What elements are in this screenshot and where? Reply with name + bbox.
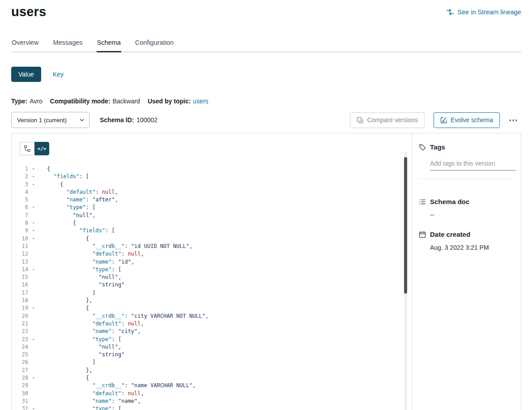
stream-lineage-link[interactable]: See in Stream lineage (446, 8, 521, 16)
code-line-text: "null", (47, 273, 121, 281)
schema-id-value: 100002 (136, 116, 157, 124)
code-line-text: "type": [ (47, 405, 121, 410)
fold-arrow-icon[interactable]: ▾ (30, 405, 37, 410)
scrollbar-thumb[interactable] (404, 157, 407, 294)
code-line: 25 "string" (12, 351, 412, 359)
code-line: 32▾ "type": [ (12, 405, 412, 410)
stream-lineage-icon (446, 8, 454, 16)
line-number: 26 (12, 359, 28, 366)
line-number: 11 (12, 243, 28, 250)
evolve-schema-button[interactable]: Evolve schema (434, 112, 500, 128)
compare-versions-label: Compare versions (367, 116, 418, 124)
fold-arrow-icon[interactable]: ▾ (30, 336, 37, 343)
line-number: 28 (12, 374, 28, 382)
code-line-text: { (47, 181, 63, 188)
code-line-text: "type": [ (47, 266, 121, 273)
schema-metadata: Type: Avro Compatibility mode: Backward … (11, 98, 521, 105)
fold-spacer (30, 273, 37, 281)
code-line-text: ] (47, 359, 95, 366)
date-created-title: Date created (430, 231, 470, 238)
fold-arrow-icon[interactable]: ▾ (30, 165, 37, 173)
code-line-text: "__crdb__": "city VARCHAR NOT NULL", (47, 312, 209, 320)
code-line-text: { (47, 219, 76, 227)
tree-view-button[interactable] (20, 142, 34, 155)
code-line-text: "string" (47, 351, 124, 359)
tag-icon (419, 144, 426, 151)
code-line-text: { (47, 304, 89, 312)
fold-arrow-icon[interactable]: ▾ (30, 181, 37, 188)
code-line: 7 "null", (12, 212, 412, 219)
code-line: 18 }, (12, 297, 412, 304)
code-line-text: "fields": [ (47, 173, 89, 180)
fold-arrow-icon[interactable]: ▾ (30, 374, 37, 382)
fold-spacer (30, 351, 37, 359)
line-number: 21 (12, 320, 28, 328)
fold-spacer (30, 397, 37, 405)
line-number: 29 (12, 382, 28, 389)
code-line-text: "fields": [ (47, 227, 115, 235)
code-line-text: "name": "after", (47, 196, 118, 204)
line-number: 7 (12, 212, 28, 219)
code-line: 19▾ { (12, 304, 412, 312)
page-title: users (11, 4, 46, 19)
code-line-text: "name": "city", (47, 328, 141, 335)
code-line-text: "null", (47, 343, 121, 351)
code-line-text: "name": "id", (47, 258, 134, 266)
tab-schema[interactable]: Schema (97, 39, 121, 51)
code-editor[interactable]: 1▾{2▾ "fields": [3▾ {4 "default": null,5… (12, 165, 412, 410)
tab-configuration[interactable]: Configuration (135, 39, 174, 51)
fold-arrow-icon[interactable]: ▾ (30, 227, 37, 235)
line-number: 15 (12, 273, 28, 281)
fold-arrow-icon[interactable]: ▾ (30, 219, 37, 227)
schema-code-panel: </> 1▾{2▾ "fields": [3▾ {4 "default": nu… (12, 133, 412, 410)
fold-spacer (30, 258, 37, 266)
code-line: 9▾ "fields": [ (12, 227, 412, 235)
fold-arrow-icon[interactable]: ▾ (30, 235, 37, 243)
code-line: 29 "__crdb__": "name VARCHAR NULL", (12, 382, 412, 389)
fold-spacer (30, 188, 37, 196)
code-line: 22 "name": "city", (12, 328, 412, 335)
sidebar-divider (419, 179, 515, 179)
code-line-text: "default": null, (47, 320, 144, 328)
fold-arrow-icon[interactable]: ▾ (30, 204, 37, 211)
chevron-down-icon (79, 117, 85, 123)
code-line: 24 "null", (12, 343, 412, 351)
line-number: 12 (12, 250, 28, 258)
topic-link[interactable]: users (193, 98, 208, 105)
code-line-text: }, (47, 297, 92, 304)
code-line: 30 "default": null, (12, 390, 412, 397)
fold-arrow-icon[interactable]: ▾ (30, 173, 37, 180)
code-line: 8▾ { (12, 219, 412, 227)
compare-versions-button[interactable]: Compare versions (350, 112, 425, 128)
tab-messages[interactable]: Messages (52, 39, 83, 51)
code-line-text: { (47, 374, 89, 382)
code-line-text: }, (47, 367, 92, 374)
code-line: 27 }, (12, 367, 412, 374)
code-line: 21 "default": null, (12, 320, 412, 328)
editor-view-toggle: </> (12, 133, 412, 155)
value-toggle-button[interactable]: Value (11, 67, 41, 82)
line-number: 27 (12, 367, 28, 374)
fold-arrow-icon[interactable]: ▾ (30, 304, 37, 312)
fold-spacer (30, 250, 37, 258)
code-line: 5 "name": "after", (12, 196, 412, 204)
code-line: 3▾ { (12, 181, 412, 188)
tags-title: Tags (430, 143, 445, 151)
line-number: 25 (12, 351, 28, 359)
add-tags-input[interactable] (430, 159, 516, 171)
code-line: 13 "name": "id", (12, 258, 412, 266)
version-select[interactable]: Version 1 (current) (11, 112, 89, 128)
code-line: 14▾ "type": [ (12, 266, 412, 273)
line-number: 19 (12, 304, 28, 312)
code-view-button[interactable]: </> (34, 142, 49, 155)
code-line-text: "default": null, (47, 188, 118, 196)
more-options-button[interactable]: ⋯ (505, 115, 521, 125)
tab-overview[interactable]: Overview (11, 39, 39, 51)
fold-spacer (30, 289, 37, 297)
tree-view-icon (24, 145, 31, 152)
key-toggle-button[interactable]: Key (53, 71, 64, 78)
line-number: 2 (12, 173, 28, 180)
schema-id: Schema ID: 100002 (100, 116, 157, 124)
line-number: 9 (12, 227, 28, 235)
fold-arrow-icon[interactable]: ▾ (30, 266, 37, 273)
